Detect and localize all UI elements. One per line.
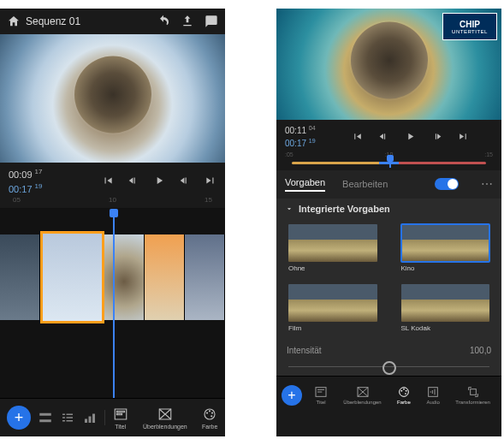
transform-icon — [466, 385, 480, 399]
color-icon — [397, 385, 411, 399]
mini-timeline[interactable]: :05 :10 :15 — [276, 151, 501, 170]
tool-farbe[interactable]: Farbe — [397, 385, 411, 405]
step-back-icon[interactable] — [378, 131, 389, 142]
sequence-title: Sequenz 01 — [26, 15, 157, 27]
transport-controls — [352, 131, 469, 142]
more-icon[interactable]: ⋯ — [481, 177, 493, 191]
list-icon[interactable] — [60, 410, 75, 425]
preset-film[interactable]: Film — [288, 284, 377, 332]
audio-icon — [426, 385, 440, 399]
svg-point-11 — [405, 393, 406, 395]
clip[interactable] — [145, 234, 185, 320]
step-forward-icon[interactable] — [431, 131, 442, 142]
intensity-label: Intensität — [287, 346, 322, 355]
undo-icon[interactable] — [157, 15, 170, 28]
transport-row: 00:11 04 00:17 19 — [276, 120, 501, 151]
clip[interactable] — [104, 234, 145, 320]
tool-ueberblendungen[interactable]: Überblendungen — [143, 406, 187, 430]
header: Sequenz 01 — [0, 9, 225, 34]
effects-tab-row: Vorgaben Bearbeiten ⋯ — [276, 170, 501, 199]
clip[interactable] — [185, 234, 225, 320]
transport-controls — [102, 175, 216, 187]
track-collapse-icon[interactable] — [38, 410, 53, 425]
add-button[interactable]: + — [282, 385, 302, 406]
svg-point-10 — [406, 390, 407, 392]
svg-point-3 — [211, 412, 213, 413]
tool-transform[interactable]: Transformieren — [455, 385, 489, 405]
bottom-bar: + Titel Überblendungen Farbe — [0, 398, 225, 436]
phone-right: CHIP UNTERTITEL 00:11 04 00:17 19 :05 :1… — [276, 9, 501, 436]
preset-kino[interactable]: Kino — [401, 224, 490, 272]
svg-rect-12 — [429, 388, 438, 397]
share-icon[interactable] — [181, 15, 194, 28]
svg-point-2 — [209, 410, 210, 412]
preview — [0, 34, 225, 163]
chip-badge: CHIP UNTERTITEL — [442, 13, 497, 40]
skip-end-icon[interactable] — [458, 131, 469, 142]
timeline[interactable] — [0, 209, 225, 398]
intensity-value: 100,0 — [470, 346, 491, 355]
slider-knob[interactable] — [382, 361, 396, 375]
effect-toggle[interactable] — [435, 178, 459, 190]
step-forward-icon[interactable] — [179, 175, 191, 187]
tool-ueberblendungen[interactable]: Überblendungen — [343, 385, 381, 405]
play-icon[interactable] — [153, 175, 165, 187]
timeline-ruler: 05 10 15 — [0, 194, 225, 209]
color-icon — [202, 406, 217, 422]
presets-section-header[interactable]: Integrierte Vorgaben — [276, 199, 501, 217]
tab-edit[interactable]: Bearbeiten — [342, 179, 388, 189]
timecode: 00:09 17 00:17 19 — [9, 166, 43, 194]
title-icon — [113, 406, 128, 422]
tool-farbe[interactable]: Farbe — [202, 406, 217, 430]
play-icon[interactable] — [405, 131, 416, 142]
preset-grid: Ohne Kino Film SL Kodak — [276, 217, 501, 339]
preset-slkodak[interactable]: SL Kodak — [401, 284, 490, 332]
levels-icon[interactable] — [82, 410, 98, 425]
svg-rect-13 — [470, 389, 476, 395]
intensity-slider[interactable] — [276, 359, 501, 376]
skip-start-icon[interactable] — [352, 131, 363, 142]
transitions-icon — [356, 385, 370, 399]
svg-point-1 — [206, 412, 208, 413]
timecode-row: 00:09 17 00:17 19 — [0, 163, 225, 194]
tab-presets[interactable]: Vorgaben — [285, 177, 325, 192]
playhead[interactable] — [389, 159, 391, 168]
svg-point-4 — [210, 415, 212, 417]
skip-start-icon[interactable] — [102, 175, 114, 187]
playhead[interactable] — [113, 209, 115, 398]
skip-end-icon[interactable] — [205, 175, 216, 187]
step-back-icon[interactable] — [127, 175, 139, 187]
clip-selected[interactable] — [40, 231, 104, 323]
intensity-row: Intensität 100,0 — [276, 339, 501, 359]
preview-content — [74, 56, 151, 134]
tool-titel[interactable]: Titel — [113, 406, 128, 430]
preset-ohne[interactable]: Ohne — [288, 224, 377, 272]
preview-content — [351, 22, 428, 99]
timecode: 00:11 04 00:17 19 — [285, 123, 316, 150]
tool-audio[interactable]: Audio — [426, 385, 440, 405]
clip[interactable] — [0, 234, 40, 320]
phone-left: Sequenz 01 00:09 17 00:17 19 05 10 15 — [0, 9, 225, 436]
add-button[interactable]: + — [7, 406, 31, 430]
bottom-bar: + Titel Überblendungen Farbe Audio Trans… — [276, 376, 501, 414]
svg-point-8 — [400, 390, 402, 392]
transitions-icon — [157, 406, 173, 422]
svg-point-9 — [403, 389, 405, 390]
tool-titel[interactable]: Titel — [314, 385, 328, 405]
home-icon[interactable] — [7, 15, 21, 28]
chevron-down-icon — [285, 205, 294, 213]
title-icon — [314, 385, 328, 399]
comment-icon[interactable] — [205, 15, 218, 28]
